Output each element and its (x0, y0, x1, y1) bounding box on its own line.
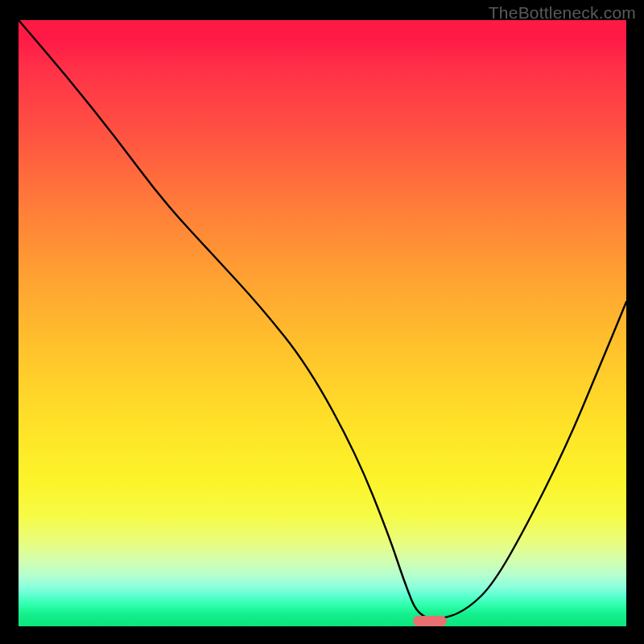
watermark-text: TheBottleneck.com (489, 3, 636, 23)
optimal-range-marker (413, 616, 447, 626)
bottleneck-curve (19, 20, 626, 618)
curve-svg (19, 20, 626, 626)
chart-container: TheBottleneck.com (0, 0, 644, 644)
plot-area (19, 20, 626, 626)
